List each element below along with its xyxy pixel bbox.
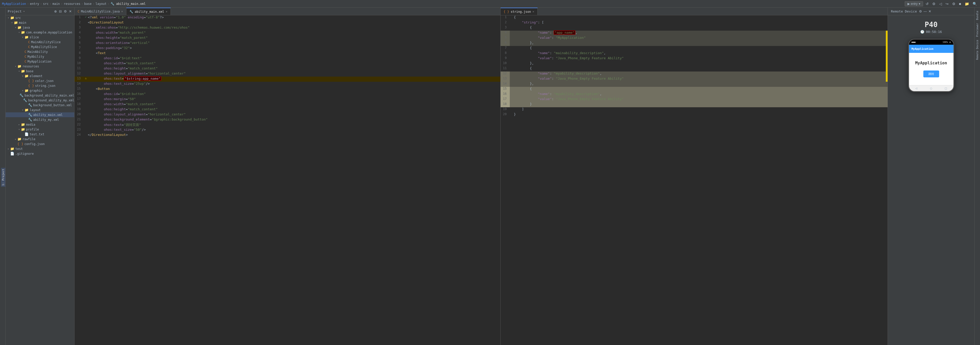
java-class-icon: C bbox=[24, 50, 27, 54]
tree-item-layout[interactable]: ▾ 📁 layout bbox=[6, 108, 74, 112]
stop-button[interactable]: ■ bbox=[958, 1, 962, 6]
json-line-12: 12 "name": "myability_description", bbox=[501, 72, 888, 76]
tree-item-main-ability-slice[interactable]: C MainAbilitySlice bbox=[6, 40, 74, 45]
tree-item-rawfile[interactable]: ▸ 📁 rawfile bbox=[6, 137, 74, 141]
sync-icon-button[interactable]: ⊕ bbox=[54, 9, 57, 14]
file-tree: ▾ 📁 src ▾ 📁 main ▾ 📁 java ▾ bbox=[6, 15, 74, 345]
phone-recent-button[interactable]: □ bbox=[945, 86, 947, 90]
panel-minimize-button[interactable]: — bbox=[924, 10, 927, 13]
top-bar: MyApplication › entry › src › main › res… bbox=[0, 0, 980, 8]
phone-app-title-text: MyApplication bbox=[912, 47, 934, 51]
side-tab-remote-device[interactable]: Remote Device bbox=[975, 39, 979, 61]
close-main-ability-slice-tab[interactable]: ✕ bbox=[121, 10, 123, 13]
device-model: P40 bbox=[924, 21, 938, 29]
tree-item-ability-main[interactable]: 🔧 ability_main.xml bbox=[6, 112, 74, 117]
tab-main-ability-slice[interactable]: C MainAbilitySlice.java ✕ bbox=[75, 8, 126, 15]
tree-item-bg-main[interactable]: 🔧 background_ability_main.xml bbox=[6, 93, 74, 98]
tree-item-string-json[interactable]: { } string.json bbox=[6, 83, 74, 88]
breadcrumb-layout[interactable]: layout bbox=[95, 2, 107, 6]
xml-line-5: 5 ohos:height="match_parent" bbox=[75, 36, 500, 41]
folder-icon: 📁 bbox=[10, 147, 14, 151]
phone-jump-button[interactable]: 跳转 bbox=[923, 70, 939, 77]
breadcrumb-main[interactable]: main bbox=[52, 2, 60, 6]
breadcrumb-src[interactable]: src bbox=[43, 2, 49, 6]
json-editor-content[interactable]: 1 { 2 "string": [ 3 bbox=[501, 15, 888, 345]
xml-editor-pane: C MainAbilitySlice.java ✕ 🔧 ability_main… bbox=[75, 8, 501, 345]
phone-home-button[interactable]: ○ bbox=[930, 86, 932, 90]
xml-line-24: 24 </DirectionalLayout> bbox=[75, 133, 500, 138]
refresh-button[interactable]: ↺ bbox=[924, 1, 930, 6]
tab-ability-main-xml[interactable]: 🔧 ability_main.xml ✕ bbox=[126, 8, 171, 15]
phone-signal: ●●● bbox=[912, 41, 916, 43]
side-tab-previewer[interactable]: Previewer bbox=[975, 22, 979, 38]
entry-dropdown-button[interactable]: ▶ entry ▾ bbox=[905, 1, 923, 6]
action-button-3[interactable]: ⚙ bbox=[951, 1, 956, 6]
tree-item-my-ability[interactable]: C MyAbility bbox=[6, 54, 74, 59]
xml-line-17: 17 ohos:margin="50" bbox=[75, 97, 500, 102]
tree-item-config-json[interactable]: { } config.json bbox=[6, 141, 74, 146]
tree-item-bg-button[interactable]: 🔧 background_button.xml bbox=[6, 103, 74, 108]
tree-item-java[interactable]: ▾ 📁 java bbox=[6, 25, 74, 30]
breadcrumb-resources[interactable]: resources bbox=[64, 2, 80, 6]
device-time-row: 🕐 00:58:16 bbox=[920, 30, 942, 34]
sidebar-close-button[interactable]: ✕ bbox=[68, 9, 72, 14]
file-button[interactable]: 📁 bbox=[964, 1, 970, 6]
xml-line-20: 20 ohos:layout_alignment="horizontal_cen… bbox=[75, 112, 500, 118]
tree-item-ability-my[interactable]: 🔧 ability_my.xml bbox=[6, 117, 74, 122]
tree-item-main[interactable]: ▾ 📁 main bbox=[6, 20, 74, 25]
tree-item-src[interactable]: ▾ 📁 src bbox=[6, 15, 74, 20]
project-tab-label[interactable]: 1: Project bbox=[1, 168, 5, 187]
tree-item-element[interactable]: ▾ 📁 element bbox=[6, 73, 74, 78]
settings-button[interactable]: ⚙ bbox=[931, 1, 937, 6]
collapse-all-button[interactable]: ⊟ bbox=[59, 9, 62, 14]
tree-item-resources[interactable]: ▾ 📁 resources bbox=[6, 64, 74, 69]
breadcrumb-base[interactable]: base bbox=[84, 2, 92, 6]
breadcrumb-entry[interactable]: entry bbox=[30, 2, 39, 6]
phone-content: MyApplication 跳转 bbox=[909, 53, 953, 85]
tree-item-profile[interactable]: ▾ 📁 profile bbox=[6, 127, 74, 132]
tree-item-base[interactable]: ▾ 📁 base bbox=[6, 69, 74, 73]
top-right-actions: ▶ entry ▾ ↺ ⚙ ◁ ↪ ⚙ ■ 📁 🔍 bbox=[905, 1, 978, 6]
phone-back-button[interactable]: ◁ bbox=[915, 86, 918, 90]
tree-item-bg-my[interactable]: 🔧 background_ability_my.xml bbox=[6, 98, 74, 103]
project-vertical-tab[interactable]: 1: Project bbox=[0, 8, 6, 345]
tree-item-my-application[interactable]: C MyApplication bbox=[6, 59, 74, 64]
panel-close-button[interactable]: ✕ bbox=[928, 10, 931, 13]
xml-editor-content[interactable]: 1 ✓ <?xml version="1.0" encoding="utf-8"… bbox=[75, 15, 500, 345]
sidebar-settings-button[interactable]: ⚙ bbox=[63, 9, 67, 14]
panel-settings-button[interactable]: ⚙ bbox=[919, 10, 922, 13]
xml-line-21: 21 ohos:background_element="$graphic:bac… bbox=[75, 118, 500, 122]
xml-icon: 🔧 bbox=[28, 103, 32, 107]
folder-icon: 📁 bbox=[14, 21, 18, 24]
tree-item-color-json[interactable]: { } color.json bbox=[6, 78, 74, 83]
check-icon-1: ✓ bbox=[84, 15, 88, 21]
breadcrumb-app[interactable]: MyApplication bbox=[2, 2, 26, 6]
remote-device-header: Remote Device ⚙ — ✕ bbox=[888, 8, 974, 15]
tree-item-main-ability[interactable]: C MainAbility bbox=[6, 49, 74, 54]
action-button-2[interactable]: ↪ bbox=[945, 1, 950, 6]
tab-xml-icon: 🔧 bbox=[129, 10, 133, 14]
search-button[interactable]: 🔍 bbox=[972, 1, 978, 6]
folder-icon: 📁 bbox=[10, 16, 14, 20]
phone-app-name-text: MyApplication bbox=[912, 60, 951, 65]
tab-string-json[interactable]: { } string.json ✕ bbox=[501, 8, 538, 15]
tree-item-graphic[interactable]: ▾ 📁 graphic bbox=[6, 88, 74, 93]
json-line-3: 3 { bbox=[501, 25, 888, 31]
tree-item-com-example[interactable]: ▾ 📁 com.example.myapplication bbox=[6, 30, 74, 35]
tree-item-gitignore[interactable]: 📄 .gitignore bbox=[6, 151, 74, 156]
side-tab-bundle[interactable]: Bundle bbox=[975, 10, 979, 21]
json-line-8: 8 "name": "mainability_description", bbox=[501, 51, 888, 56]
xml-line-15: 15 <Button bbox=[75, 87, 500, 92]
tree-item-slice[interactable]: ▾ 📁 slice bbox=[6, 35, 74, 40]
action-button-1[interactable]: ◁ bbox=[938, 1, 943, 6]
json-code-area: 1 { 2 "string": [ 3 bbox=[501, 15, 888, 118]
tree-item-test-txt[interactable]: 📄 test.txt bbox=[6, 132, 74, 137]
tree-item-media[interactable]: ▸ 📁 media bbox=[6, 122, 74, 127]
xml-code-area: 1 ✓ <?xml version="1.0" encoding="utf-8"… bbox=[75, 15, 500, 138]
xml-line-4: 4 ohos:width="match_parent" bbox=[75, 31, 500, 36]
tree-item-my-ability-slice[interactable]: C MyAbilitySlice bbox=[6, 45, 74, 49]
close-string-json-tab[interactable]: ✕ bbox=[533, 10, 534, 13]
close-ability-main-tab[interactable]: ✕ bbox=[165, 10, 167, 13]
tree-item-test[interactable]: ▸ 📁 test bbox=[6, 146, 74, 151]
right-side-tabs: Bundle Previewer Remote Device bbox=[974, 8, 980, 345]
